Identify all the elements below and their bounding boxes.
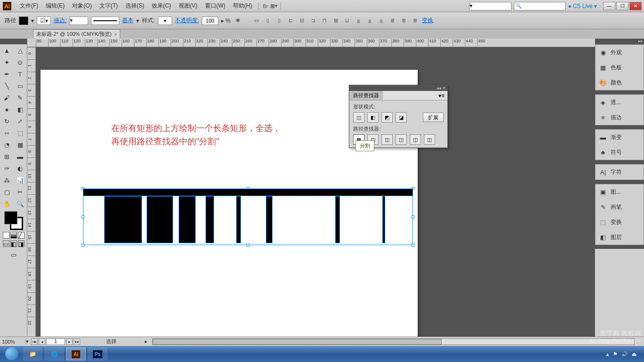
align-vcenter-icon[interactable]: ⊞ <box>331 17 340 25</box>
mesh-tool[interactable]: ⊞ <box>0 151 13 162</box>
brush-preview[interactable] <box>91 16 119 25</box>
rotate-tool[interactable]: ↻ <box>0 115 13 127</box>
pathfinder-tab[interactable]: 路径查找器 <box>349 91 383 100</box>
first-page-button[interactable]: ⏮ <box>31 338 38 345</box>
taskbar-item-photoshop[interactable]: Ps <box>88 347 107 361</box>
tray-arrow-icon[interactable]: ▴ <box>606 351 609 357</box>
perspective-grid-tool[interactable]: ▦ <box>14 139 26 150</box>
screen-mode-button[interactable]: ▭ <box>1 249 25 260</box>
magic-wand-tool[interactable]: ✦ <box>0 57 13 68</box>
panel-button-外观[interactable]: ◉外观 <box>595 45 644 60</box>
graph-tool[interactable]: 📊 <box>14 174 26 186</box>
eyedropper-tool[interactable]: ✑ <box>0 163 13 174</box>
unite-button[interactable]: ◫ <box>353 112 364 123</box>
menu-view[interactable]: 视图(V) <box>175 1 201 11</box>
pencil-tool[interactable]: ✎ <box>14 92 26 103</box>
panel-button-描边[interactable]: ≡描边 <box>595 110 644 125</box>
dist-icon[interactable]: ≣ <box>399 17 408 25</box>
system-tray[interactable]: ▴ ⚑ 🔊 ⏏ <box>606 351 641 357</box>
shape-rect[interactable] <box>179 196 196 243</box>
shape-rect[interactable] <box>104 196 142 243</box>
free-transform-tool[interactable]: ⬚ <box>14 127 26 139</box>
eraser-tool[interactable]: ◧ <box>14 104 26 115</box>
dock-collapse-icon[interactable]: ▸▸ <box>638 39 643 44</box>
panel-button-颜色[interactable]: 🎨颜色 <box>595 75 644 90</box>
menu-type[interactable]: 文字(T) <box>96 1 122 11</box>
artboard-tool[interactable]: ▢ <box>0 186 13 197</box>
paintbrush-tool[interactable]: 🖌 <box>0 92 13 103</box>
doctab-close-icon[interactable]: × <box>114 32 117 37</box>
align-icon[interactable]: ▯ <box>275 17 283 25</box>
draw-mode-icon[interactable]: ◨ <box>18 240 25 247</box>
menu-window[interactable]: 窗口(W) <box>201 1 229 11</box>
align-icon[interactable]: ▯ <box>264 17 272 25</box>
shape-rect[interactable] <box>382 196 385 243</box>
panel-button-图...[interactable]: ▣图... <box>595 184 644 199</box>
rectangle-tool[interactable]: ▭ <box>14 80 26 91</box>
blend-tool[interactable]: ◐ <box>14 163 26 174</box>
stroke-label[interactable]: 描边: <box>54 16 66 25</box>
minimize-button[interactable]: — <box>603 2 615 10</box>
panel-button-透...[interactable]: ◈透... <box>595 95 644 110</box>
panel-button-画笔[interactable]: ✎画笔 <box>595 199 644 214</box>
panel-button-色板[interactable]: ▦色板 <box>595 60 644 75</box>
menu-edit[interactable]: 编辑(E) <box>42 1 68 11</box>
panel-close-icon[interactable]: ✕ <box>442 86 446 90</box>
taskbar-item-browser[interactable]: 🌐 <box>44 347 64 361</box>
align-top-icon[interactable]: ⊓ <box>320 17 329 25</box>
line-tool[interactable]: ╲ <box>0 80 13 91</box>
panel-button-字符[interactable]: A|字符 <box>595 165 644 180</box>
type-tool[interactable]: T <box>14 68 26 80</box>
dist-icon[interactable]: ≣ <box>388 17 396 25</box>
vertical-ruler[interactable]: 012345678910111213141516171819202122 <box>27 47 36 337</box>
arrange-icon[interactable]: ▦▾ <box>270 2 278 10</box>
panel-button-符号[interactable]: ♣符号 <box>595 145 644 160</box>
artboard-viewport[interactable]: 在所有矩形的上方绘制一个长条矩形，全选， 再使用路径查找器中的"分割" <box>36 47 595 337</box>
opacity-input[interactable] <box>202 16 218 25</box>
direct-selection-tool[interactable]: △ <box>14 45 26 56</box>
taskbar-item-illustrator[interactable]: Ai <box>66 347 86 361</box>
taskbar-item-explorer[interactable]: 📁 <box>23 347 42 361</box>
align-bottom-icon[interactable]: ⊔ <box>343 17 351 25</box>
recolor-icon[interactable]: ✱ <box>233 17 242 25</box>
shape-builder-tool[interactable]: ◔ <box>0 139 13 150</box>
start-button[interactable] <box>3 347 21 361</box>
brush-basic[interactable]: 基本 <box>122 16 133 25</box>
width-tool[interactable]: ⇿ <box>0 127 13 139</box>
selection-tool[interactable]: ▲ <box>0 45 13 56</box>
slice-tool[interactable]: ✂ <box>14 186 26 197</box>
dist-icon[interactable]: ⫼ <box>365 17 374 25</box>
expand-button[interactable]: 扩展 <box>423 113 444 122</box>
blob-brush-tool[interactable]: ● <box>0 104 13 115</box>
shape-rect[interactable] <box>236 196 241 243</box>
scale-tool[interactable]: ⤢ <box>14 115 26 127</box>
dist-icon[interactable]: ⫼ <box>377 17 385 25</box>
color-mode-icon[interactable] <box>3 232 9 239</box>
horizontal-ruler[interactable]: 9010011012013014015016017018019020021022… <box>27 39 595 47</box>
document-tab[interactable]: 未标题-2* @ 100% (CMYK/预览) × <box>33 29 120 39</box>
stroke-weight[interactable]: ▾ <box>69 16 88 25</box>
opacity-label[interactable]: 不透明度: <box>175 16 199 25</box>
menu-object[interactable]: 对象(O) <box>68 1 95 11</box>
panel-button-图层[interactable]: ◧图层 <box>595 230 644 245</box>
search-input[interactable] <box>514 2 566 10</box>
minus-back-button[interactable]: ◫ <box>424 134 435 145</box>
shape-rect[interactable] <box>206 196 214 243</box>
tray-icon[interactable]: 🔊 <box>621 351 628 357</box>
minus-front-button[interactable]: ◧ <box>367 112 379 123</box>
shape-rect[interactable] <box>266 196 272 243</box>
outline-button[interactable]: ◫ <box>410 134 421 145</box>
prev-page-button[interactable]: ◂ <box>39 338 45 345</box>
page-input[interactable] <box>46 338 65 345</box>
align-icon[interactable]: ▭ <box>252 17 261 25</box>
panel-button-渐变[interactable]: ▬渐变 <box>595 130 644 145</box>
cslive-button[interactable]: CS Live ▾ <box>568 3 597 9</box>
menu-help[interactable]: 帮助(H) <box>229 1 256 11</box>
shape-rect[interactable] <box>335 196 340 243</box>
dist-icon[interactable]: ≣ <box>411 17 419 25</box>
fill-swatch[interactable] <box>19 16 28 25</box>
gradient-tool[interactable]: ▬ <box>14 151 26 162</box>
next-page-button[interactable]: ▸ <box>66 338 73 345</box>
align-left-icon[interactable]: ⊏ <box>286 17 295 25</box>
shape-rect[interactable] <box>147 196 173 243</box>
